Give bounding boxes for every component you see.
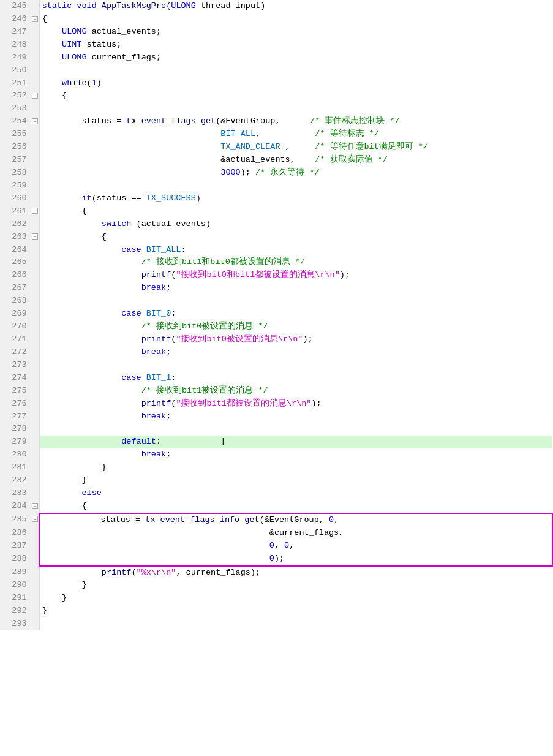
code-cell: 0, 0, [39,540,552,553]
table-row: 279 default: | [0,436,552,448]
code-cell: } [39,605,552,618]
code-cell: case BIT_1: [39,372,552,385]
fold-marker[interactable] [31,180,39,192]
fold-marker[interactable] [31,218,39,231]
fold-marker[interactable] [31,26,39,39]
line-number: 267 [0,282,31,295]
line-number: 288 [0,553,31,566]
line-number: 286 [0,527,31,540]
table-row: 270 /* 接收到bit0被设置的消息 */ [0,320,552,333]
line-number: 289 [0,566,31,580]
fold-marker[interactable]: − [31,205,39,218]
line-number: 248 [0,39,31,51]
fold-marker[interactable] [31,553,39,566]
fold-marker[interactable] [31,320,39,333]
line-number: 271 [0,333,31,346]
code-cell: } [39,579,552,592]
fold-marker[interactable] [31,579,39,592]
code-cell: break; [39,410,552,423]
fold-marker[interactable] [31,154,39,167]
code-cell: status = tx_event_flags_get(&EventGroup,… [39,115,552,128]
fold-marker[interactable]: − [31,115,39,128]
fold-marker[interactable] [31,77,39,90]
fold-marker[interactable] [31,372,39,385]
fold-marker[interactable] [31,51,39,64]
fold-marker[interactable] [31,592,39,605]
line-number: 246 [0,13,31,26]
fold-marker[interactable] [31,282,39,295]
table-row: 265 /* 接收到bit1和bit0都被设置的消息 */ [0,256,552,269]
fold-marker[interactable] [31,244,39,257]
table-row: 256 TX_AND_CLEAR , /* 等待任意bit满足即可 */ [0,141,552,154]
fold-marker[interactable] [31,474,39,487]
code-cell [39,618,552,630]
table-row: 255 BIT_ALL, /* 等待标志 */ [0,128,552,141]
line-number: 283 [0,487,31,500]
table-row: 250 [0,64,552,77]
table-row: 247 ULONG actual_events; [0,26,552,39]
fold-marker[interactable] [31,192,39,205]
table-row: 276 printf("接收到bit1都被设置的消息\r\n"); [0,398,552,410]
fold-marker[interactable] [31,487,39,500]
fold-marker[interactable] [31,410,39,423]
code-cell [39,423,552,436]
fold-marker[interactable] [31,461,39,474]
line-number: 254 [0,115,31,128]
fold-marker[interactable] [31,448,39,461]
fold-marker[interactable] [31,141,39,154]
table-row: 287 0, 0, [0,540,552,553]
line-number: 247 [0,26,31,39]
line-number: 287 [0,540,31,553]
fold-marker[interactable] [31,527,39,540]
code-cell: { [39,231,552,244]
code-cell: default: | [39,436,552,448]
fold-marker[interactable] [31,359,39,372]
fold-marker[interactable]: − [31,500,39,513]
line-number: 260 [0,192,31,205]
line-number: 293 [0,618,31,630]
fold-marker[interactable] [31,64,39,77]
table-row: 263− { [0,231,552,244]
fold-marker[interactable] [31,308,39,320]
fold-marker[interactable] [31,295,39,308]
code-cell [39,64,552,77]
table-row: 257 &actual_events, /* 获取实际值 */ [0,154,552,167]
table-row: 280 break; [0,448,552,461]
fold-marker[interactable] [31,269,39,282]
fold-marker[interactable] [31,128,39,141]
fold-marker[interactable] [31,333,39,346]
table-row: 285− status = tx_event_flags_info_get(&E… [0,513,552,527]
code-cell [39,102,552,115]
code-cell: break; [39,448,552,461]
fold-marker[interactable] [31,102,39,115]
code-cell: printf("接收到bit0和bit1都被设置的消息\r\n"); [39,269,552,282]
fold-marker[interactable] [31,167,39,180]
fold-marker[interactable] [31,398,39,410]
table-row: 277 break; [0,410,552,423]
fold-marker[interactable]: − [31,13,39,26]
fold-marker[interactable] [31,346,39,359]
fold-marker[interactable] [31,566,39,580]
fold-marker[interactable] [31,256,39,269]
code-lines-container: 245static void AppTaskMsgPro(ULONG threa… [0,0,553,756]
code-cell: { [39,89,552,102]
line-number: 280 [0,448,31,461]
fold-marker[interactable] [31,540,39,553]
fold-marker[interactable] [31,423,39,436]
fold-marker[interactable] [31,605,39,618]
code-cell: switch (actual_events) [39,218,552,231]
table-row: 268 [0,295,552,308]
fold-marker[interactable] [31,385,39,398]
code-cell: ULONG actual_events; [39,26,552,39]
fold-marker[interactable]: − [31,89,39,102]
fold-marker[interactable] [31,436,39,448]
fold-marker[interactable]: − [31,513,39,527]
code-cell: /* 接收到bit1和bit0都被设置的消息 */ [39,256,552,269]
line-number: 269 [0,308,31,320]
fold-marker[interactable] [31,0,39,13]
fold-marker[interactable] [31,618,39,630]
table-row: 281 } [0,461,552,474]
fold-marker[interactable]: − [31,231,39,244]
fold-marker[interactable] [31,39,39,51]
code-cell: if(status == TX_SUCCESS) [39,192,552,205]
